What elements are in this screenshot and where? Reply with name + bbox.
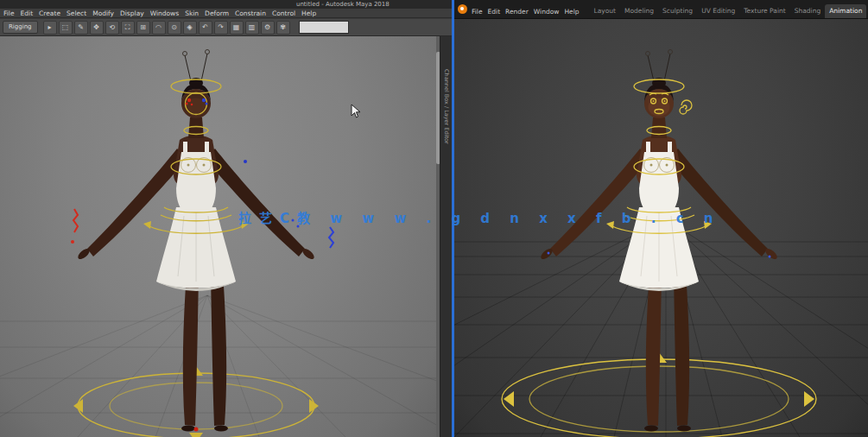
blender-viewport[interactable]	[454, 19, 868, 437]
maya-menu-constrain[interactable]: Constrain	[235, 10, 266, 17]
maya-side-panel-tabs: Channel Box / Layer Editor	[440, 36, 452, 437]
ipr-render-icon[interactable]: ▥	[245, 21, 259, 35]
blender-topbar: FileEditRenderWindowHelp LayoutModelingS…	[454, 0, 868, 19]
blender-menus: FileEditRenderWindowHelp	[472, 1, 584, 17]
character-model-left[interactable]	[67, 43, 343, 437]
render-icon[interactable]: ▦	[230, 21, 244, 35]
blender-tab-animation[interactable]: Animation	[825, 4, 866, 18]
mouse-cursor	[351, 104, 361, 119]
scale-tool-icon[interactable]: ⛶	[121, 21, 135, 35]
transform-entry-field[interactable]	[299, 21, 349, 34]
maya-menu-deform[interactable]: Deform	[205, 10, 229, 17]
maya-menu-edit[interactable]: Edit	[21, 10, 34, 17]
undo-icon[interactable]: ↶	[199, 21, 212, 35]
redo-icon[interactable]: ↷	[214, 21, 228, 35]
maya-window-title: untitled - Autodesk Maya 2018	[296, 0, 390, 9]
blender-tab-modeling[interactable]: Modeling	[620, 4, 658, 18]
blender-logo-icon[interactable]	[458, 4, 467, 14]
blender-tab-layout[interactable]: Layout	[589, 4, 620, 18]
select-tool-icon[interactable]: ▸	[43, 21, 57, 35]
blender-menu-help[interactable]: Help	[564, 8, 579, 16]
maya-titlebar[interactable]: untitled - Autodesk Maya 2018	[0, 0, 452, 9]
watermark-text: 拉艺C教 w w w . g d n x x f b . c n	[238, 208, 720, 226]
red-marker-dot	[71, 240, 74, 244]
blender-tab-texture-paint[interactable]: Texture Paint	[739, 4, 789, 18]
render-settings-icon[interactable]: ⚙	[261, 21, 275, 35]
maya-menubar: FileEditCreateSelectModifyDisplayWindows…	[0, 9, 452, 18]
paint-effects-icon[interactable]: ✾	[276, 21, 290, 35]
blender-menu-render[interactable]: Render	[505, 8, 529, 16]
blender-menu-edit[interactable]: Edit	[488, 8, 501, 16]
maya-menu-help[interactable]: Help	[301, 10, 316, 17]
eye-control-dot-left	[653, 100, 655, 102]
lasso-tool-icon[interactable]: ⬚	[59, 21, 73, 35]
maya-menu-select[interactable]: Select	[67, 10, 86, 17]
character-model-right[interactable]	[495, 43, 823, 437]
maya-menu-skin[interactable]: Skin	[185, 10, 199, 17]
screenshot-stage: untitled - Autodesk Maya 2018 FileEditCr…	[0, 0, 868, 437]
blender-menu-window[interactable]: Window	[534, 8, 560, 16]
maya-menu-control[interactable]: Control	[272, 10, 295, 17]
rotate-tool-icon[interactable]: ⟲	[105, 21, 119, 35]
paint-select-icon[interactable]: ✎	[74, 21, 88, 35]
ear-spiral-control[interactable]	[680, 100, 692, 114]
maya-viewport[interactable]	[0, 36, 436, 437]
hand-blue-dot-left	[548, 252, 550, 255]
snap-curve-icon[interactable]: ◠	[152, 21, 166, 35]
maya-menu-windows[interactable]: Windows	[150, 10, 179, 17]
maya-shelf-icons: ▸⬚✎✥⟲⛶⊞◠⊙◈↶↷▦▥⚙✾	[43, 21, 292, 35]
maya-toolbar: Rigging ▸⬚✎✥⟲⛶⊞◠⊙◈↶↷▦▥⚙✾	[0, 19, 452, 36]
menu-set-dropdown[interactable]: Rigging	[3, 21, 38, 34]
snap-plane-icon[interactable]: ◈	[183, 21, 197, 35]
snap-grid-icon[interactable]: ⊞	[136, 21, 150, 35]
hand-blue-manipulator[interactable]	[329, 227, 333, 248]
eye-control-dot-right	[664, 100, 666, 102]
maya-menu-display[interactable]: Display	[120, 10, 144, 17]
snap-point-icon[interactable]: ⊙	[168, 21, 181, 35]
blender-tab-shading[interactable]: Shading	[790, 4, 825, 18]
blender-tab-sculpting[interactable]: Sculpting	[658, 4, 697, 18]
hand-red-manipulator[interactable]	[73, 209, 78, 232]
maya-menu-create[interactable]: Create	[39, 10, 60, 17]
channel-box-tab[interactable]: Channel Box / Layer Editor	[443, 69, 450, 144]
chest-blue-dot	[244, 160, 247, 163]
move-tool-icon[interactable]: ✥	[90, 21, 104, 35]
blender-tab-uv-editing[interactable]: UV Editing	[697, 4, 739, 18]
maya-menu-file[interactable]: File	[3, 10, 15, 17]
blender-workspace-tabs: LayoutModelingSculptingUV EditingTexture…	[589, 0, 868, 18]
foot-red-dot	[194, 428, 199, 432]
hand-blue-dot-right	[769, 256, 771, 258]
maya-menu-modify[interactable]: Modify	[92, 10, 114, 17]
blender-menu-file[interactable]: File	[472, 8, 483, 16]
